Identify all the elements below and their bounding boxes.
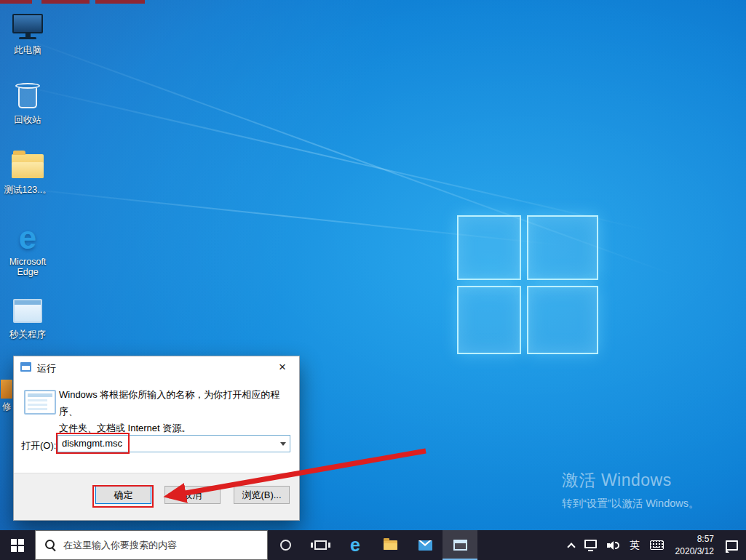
- app-window-icon: [0, 293, 55, 328]
- dialog-button-strip: 确定 取消 浏览(B)...: [14, 473, 299, 520]
- cancel-button[interactable]: 取消: [164, 486, 221, 504]
- run-dialog-titlebar[interactable]: 运行 ×: [14, 356, 299, 378]
- description-line-2: 文件夹、文档或 Internet 资源。: [59, 420, 293, 437]
- volume-button[interactable]: [602, 530, 624, 560]
- run-dialog-icon: [20, 362, 31, 372]
- folder-icon: [0, 148, 55, 183]
- close-icon[interactable]: ×: [266, 356, 299, 377]
- top-edge-artifact: [41, 0, 90, 4]
- windows-logo-pane: [527, 286, 598, 354]
- start-button[interactable]: [0, 530, 35, 560]
- cortana-icon: [280, 540, 291, 551]
- windows-logo-pane: [457, 286, 521, 354]
- task-view-icon: [314, 540, 327, 550]
- mail-button[interactable]: [408, 530, 443, 560]
- clock-time: 8:57: [675, 533, 714, 545]
- run-dialog: 运行 × Windows 将根据你所输入的名称，为你打开相应的程序、 文件夹、文…: [13, 356, 300, 521]
- system-tray: 英 8:57 2020/3/12: [563, 530, 746, 560]
- folder-icon: [384, 540, 397, 550]
- ok-button[interactable]: 确定: [95, 486, 151, 504]
- browse-button[interactable]: 浏览(B)...: [234, 486, 290, 504]
- desktop-icon-label: Microsoft Edge: [0, 257, 55, 278]
- app-window-icon: [453, 540, 467, 551]
- watermark-line2: 转到“设置”以激活 Windows。: [562, 497, 699, 511]
- desktop-icon-test-folder[interactable]: 测试123..。: [0, 148, 55, 195]
- run-dialog-title: 运行: [37, 362, 56, 375]
- run-input[interactable]: diskmgmt.msc: [58, 436, 277, 452]
- clock-date: 2020/3/12: [675, 545, 714, 557]
- desktop-icon-label: 秒关程序: [0, 329, 55, 340]
- action-center-icon: [726, 540, 738, 551]
- clock[interactable]: 8:57 2020/3/12: [669, 530, 721, 560]
- recycle-bin-icon: [0, 79, 55, 113]
- network-icon: [584, 540, 597, 548]
- watermark-line1: 激活 Windows: [562, 469, 699, 492]
- windows-logo-pane: [527, 215, 598, 280]
- partial-icon: [1, 380, 12, 399]
- activation-watermark: 激活 Windows 转到“设置”以激活 Windows。: [562, 469, 699, 511]
- ime-indicator: 英: [630, 539, 640, 552]
- ime-mode-button[interactable]: 英: [624, 530, 645, 560]
- chevron-up-icon: [567, 543, 575, 551]
- cortana-button[interactable]: [268, 530, 303, 560]
- tray-expand-button[interactable]: [563, 530, 579, 560]
- desktop-icon-recycle-bin[interactable]: 回收站: [0, 79, 55, 125]
- chevron-down-icon[interactable]: [277, 436, 290, 452]
- desktop-icon-label: 回收站: [0, 115, 55, 125]
- taskbar-edge-button[interactable]: e: [338, 530, 373, 560]
- run-body-icon: [24, 390, 56, 415]
- desktop-icon-edge[interactable]: e Microsoft Edge: [0, 220, 55, 278]
- taskbar: 在这里输入你要搜索的内容 e 英 8:57: [0, 530, 746, 560]
- windows-start-icon: [11, 539, 24, 552]
- keyboard-button[interactable]: [645, 530, 669, 560]
- task-view-button[interactable]: [303, 530, 338, 560]
- windows-logo-pane: [457, 215, 521, 280]
- edge-icon: e: [350, 536, 360, 554]
- run-input-combobox[interactable]: diskmgmt.msc: [57, 435, 290, 452]
- windows-logo: [457, 215, 598, 354]
- edge-icon: e: [0, 220, 55, 255]
- desktop-icon-label: 此电脑: [0, 45, 55, 55]
- search-placeholder: 在这里输入你要搜索的内容: [63, 539, 177, 552]
- active-app-button[interactable]: [443, 530, 477, 560]
- action-center-button[interactable]: [721, 530, 743, 560]
- desktop-icon-app[interactable]: 秒关程序: [0, 293, 55, 340]
- file-explorer-button[interactable]: [373, 530, 408, 560]
- speaker-icon: [607, 540, 619, 551]
- search-icon: [45, 540, 56, 551]
- desktop-icon-this-pc[interactable]: 此电脑: [0, 9, 55, 55]
- description-line-1: Windows 将根据你所输入的名称，为你打开相应的程序、: [59, 387, 293, 420]
- taskbar-search[interactable]: 在这里输入你要搜索的内容: [35, 530, 268, 560]
- top-edge-artifact: [95, 0, 145, 4]
- top-edge-artifact: [0, 0, 32, 4]
- this-pc-icon: [0, 9, 55, 44]
- run-dialog-description: Windows 将根据你所输入的名称，为你打开相应的程序、 文件夹、文档或 In…: [59, 387, 293, 436]
- desktop-icon-label: 测试123..。: [0, 185, 55, 195]
- keyboard-icon: [650, 540, 664, 550]
- network-button[interactable]: [579, 530, 602, 560]
- mail-icon: [418, 540, 432, 551]
- open-label: 打开(O):: [21, 439, 56, 452]
